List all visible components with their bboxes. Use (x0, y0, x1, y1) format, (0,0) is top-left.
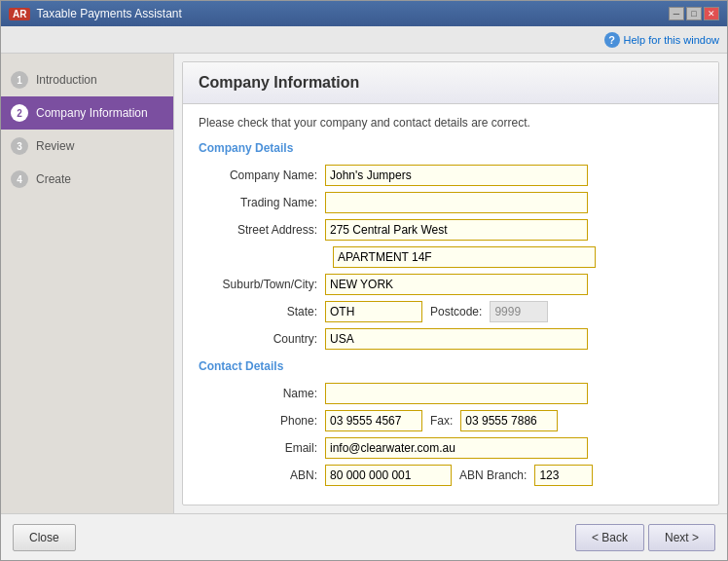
contact-name-label: Name: (199, 387, 325, 400)
maximize-button[interactable]: □ (686, 7, 702, 20)
content-header: Company Information (183, 62, 718, 104)
next-button[interactable]: Next > (648, 524, 715, 551)
main-area: 1 Introduction 2 Company Information 3 R… (1, 54, 727, 513)
street-address2-row (199, 246, 703, 268)
abn-branch-label: ABN Branch: (459, 468, 527, 482)
trading-name-row: Trading Name: (199, 192, 703, 213)
postcode-input[interactable] (490, 301, 548, 322)
help-bar: ? Help for this window (1, 26, 727, 54)
help-icon: ? (604, 32, 620, 48)
fax-label: Fax: (430, 414, 453, 428)
email-label: Email: (199, 441, 325, 455)
title-bar-controls: ─ □ ✕ (669, 7, 719, 20)
title-bar: AR Taxable Payments Assistant ─ □ ✕ (1, 1, 727, 26)
abn-group: ABN Branch: (325, 465, 593, 486)
abn-input[interactable] (325, 465, 452, 486)
close-button[interactable]: Close (13, 524, 76, 551)
email-row: Email: (199, 437, 703, 459)
step-num-1: 1 (11, 71, 28, 89)
state-label: State: (199, 305, 325, 318)
phone-label: Phone: (199, 414, 325, 428)
phone-fax-group: Fax: (325, 410, 558, 431)
content-panel: Company Information Please check that yo… (182, 61, 719, 505)
bottom-bar: Close < Back Next > (1, 513, 727, 560)
sidebar: 1 Introduction 2 Company Information 3 R… (1, 54, 174, 513)
nav-buttons: < Back Next > (575, 524, 715, 551)
window-close-button[interactable]: ✕ (704, 7, 719, 20)
trading-name-input[interactable] (325, 192, 588, 213)
help-link[interactable]: Help for this window (624, 34, 719, 46)
abn-branch-input[interactable] (534, 465, 593, 486)
suburb-row: Suburb/Town/City: (199, 274, 703, 295)
sidebar-label-review: Review (36, 139, 74, 153)
suburb-input[interactable] (325, 274, 588, 295)
state-input[interactable] (325, 301, 422, 322)
company-name-row: Company Name: (199, 165, 703, 186)
app-logo: AR (9, 8, 30, 20)
sidebar-item-company-information[interactable]: 2 Company Information (1, 96, 173, 130)
abn-label: ABN: (199, 468, 325, 482)
sidebar-item-introduction[interactable]: 1 Introduction (1, 63, 173, 96)
company-section-title: Company Details (199, 141, 703, 155)
street-address-row: Street Address: (199, 219, 703, 241)
fax-input[interactable] (460, 410, 558, 431)
contact-name-row: Name: (199, 383, 703, 404)
step-num-3: 3 (11, 137, 28, 155)
intro-text: Please check that your company and conta… (199, 116, 703, 130)
contact-section-title: Contact Details (199, 359, 703, 373)
step-num-2: 2 (11, 104, 28, 122)
state-postcode-group: Postcode: (325, 301, 548, 322)
contact-name-input[interactable] (325, 383, 588, 404)
step-num-4: 4 (11, 170, 28, 188)
email-input[interactable] (325, 437, 588, 459)
minimize-button[interactable]: ─ (669, 7, 684, 20)
street-address-label: Street Address: (199, 223, 325, 237)
phone-input[interactable] (325, 410, 422, 431)
sidebar-label-company: Company Information (36, 106, 148, 120)
sidebar-label-create: Create (36, 172, 71, 186)
main-window: AR Taxable Payments Assistant ─ □ ✕ ? He… (0, 0, 728, 561)
trading-name-label: Trading Name: (199, 196, 325, 209)
sidebar-item-create[interactable]: 4 Create (1, 163, 173, 196)
country-input[interactable] (325, 328, 588, 350)
phone-fax-row: Phone: Fax: (199, 410, 703, 431)
title-bar-left: AR Taxable Payments Assistant (9, 7, 182, 20)
window-title: Taxable Payments Assistant (36, 7, 181, 20)
company-name-label: Company Name: (199, 168, 325, 182)
suburb-label: Suburb/Town/City: (199, 278, 325, 291)
street-address-input[interactable] (325, 219, 588, 241)
country-label: Country: (199, 332, 325, 346)
street-address2-input[interactable] (333, 246, 596, 268)
country-row: Country: (199, 328, 703, 350)
company-name-input[interactable] (325, 165, 588, 186)
state-postcode-row: State: Postcode: (199, 301, 703, 322)
content-body: Please check that your company and conta… (183, 104, 718, 505)
abn-row: ABN: ABN Branch: (199, 465, 703, 486)
sidebar-label-introduction: Introduction (36, 73, 97, 87)
sidebar-item-review[interactable]: 3 Review (1, 130, 173, 163)
postcode-label: Postcode: (430, 305, 482, 318)
back-button[interactable]: < Back (575, 524, 644, 551)
page-title: Company Information (199, 74, 703, 92)
